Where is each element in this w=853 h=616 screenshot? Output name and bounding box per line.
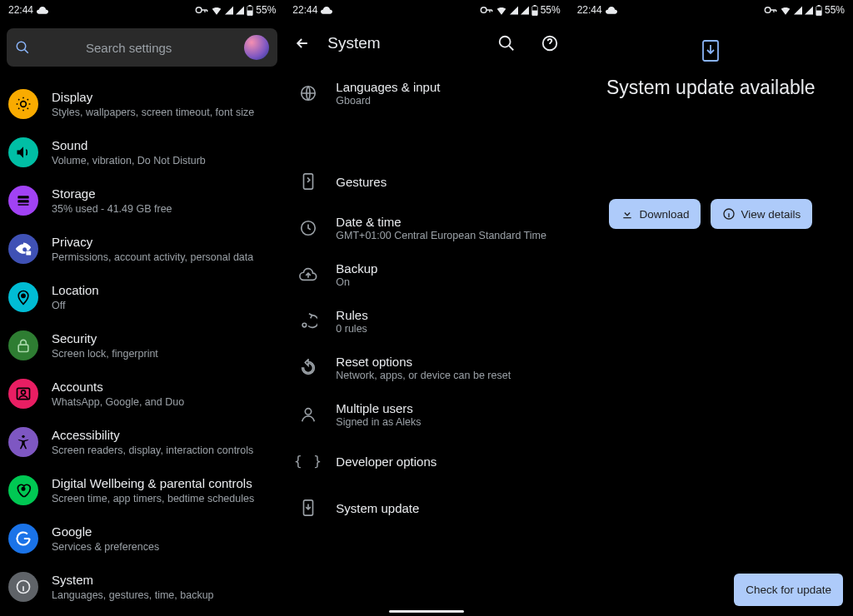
user-icon <box>299 405 317 424</box>
svg-rect-7 <box>17 200 28 202</box>
status-bar: 22:44 55% <box>569 0 853 20</box>
svg-point-14 <box>22 435 24 438</box>
signal-icon <box>521 6 529 15</box>
info-icon <box>8 572 38 602</box>
svg-point-10 <box>22 294 25 297</box>
svg-point-5 <box>21 102 27 107</box>
key-icon <box>480 6 493 14</box>
setting-wellbeing[interactable]: Digital Wellbeing & parental controlsScr… <box>0 466 284 514</box>
svg-point-15 <box>22 488 24 490</box>
settings-list: DisplayStyles, wallpapers, screen timeou… <box>0 75 284 616</box>
gestures-icon <box>299 172 317 191</box>
account-icon <box>8 379 38 409</box>
eye-lock-icon <box>8 234 38 264</box>
system-header: System <box>284 20 568 67</box>
status-battery: 55% <box>256 4 276 16</box>
nav-indicator[interactable] <box>389 610 464 613</box>
signal-icon <box>805 6 813 15</box>
svg-point-13 <box>22 390 26 395</box>
system-backup[interactable]: BackupOn <box>284 251 568 298</box>
download-icon <box>621 207 634 221</box>
system-users[interactable]: Multiple usersSigned in as Aleks <box>284 391 568 438</box>
svg-point-17 <box>481 7 486 13</box>
setting-location[interactable]: LocationOff <box>0 273 284 321</box>
brightness-icon <box>8 89 38 119</box>
check-for-update-button[interactable]: Check for update <box>734 574 843 606</box>
setting-accessibility[interactable]: AccessibilityScreen readers, display, in… <box>0 418 284 466</box>
system-list: Languages & inputGboard Gestures Date & … <box>284 67 568 534</box>
svg-rect-9 <box>26 251 31 256</box>
setting-sound[interactable]: SoundVolume, vibration, Do Not Disturb <box>0 128 284 176</box>
status-bar: 22:44 55% <box>0 0 284 20</box>
svg-rect-6 <box>17 196 28 198</box>
setting-accounts[interactable]: AccountsWhatsApp, Google, and Duo <box>0 370 284 418</box>
battery-icon <box>531 5 538 16</box>
system-update[interactable]: System update <box>284 484 568 531</box>
cloud-upload-icon <box>299 266 317 284</box>
status-battery: 55% <box>541 4 561 16</box>
svg-point-26 <box>302 323 307 327</box>
svg-rect-31 <box>818 5 821 6</box>
wifi-icon <box>496 5 507 15</box>
accessibility-icon <box>8 427 38 457</box>
system-gestures[interactable]: Gestures <box>284 158 568 205</box>
key-icon <box>195 6 208 14</box>
cloud-icon <box>37 6 48 14</box>
status-time: 22:44 <box>292 4 317 16</box>
google-icon <box>8 524 38 554</box>
setting-storage[interactable]: Storage35% used - 41.49 GB free <box>0 176 284 225</box>
signal-icon <box>236 6 244 15</box>
system-developer[interactable]: { } Developer options <box>284 438 568 484</box>
svg-rect-11 <box>18 345 28 351</box>
update-content: System update available Download View de… <box>569 20 853 229</box>
system-rules[interactable]: Rules0 rules <box>284 298 568 345</box>
wifi-icon <box>211 5 222 15</box>
rules-icon <box>299 312 317 330</box>
globe-icon <box>299 84 317 102</box>
svg-point-0 <box>197 7 202 13</box>
svg-rect-2 <box>249 5 252 6</box>
system-datetime[interactable]: Date & timeGMT+01:00 Central European St… <box>284 205 568 251</box>
page-title: System <box>327 34 480 52</box>
svg-rect-32 <box>816 10 822 15</box>
signal-icon <box>510 6 518 15</box>
lock-icon <box>8 330 38 360</box>
help-button[interactable] <box>541 34 559 52</box>
avatar[interactable] <box>244 35 269 60</box>
battery-icon <box>816 5 822 16</box>
svg-rect-3 <box>247 10 253 15</box>
info-icon <box>722 207 736 221</box>
wifi-icon <box>780 5 791 15</box>
svg-rect-20 <box>531 10 537 15</box>
system-update-pane: 22:44 55% System update available Downlo… <box>569 0 853 616</box>
storage-icon <box>8 186 38 216</box>
download-button[interactable]: Download <box>609 199 701 229</box>
svg-rect-8 <box>17 204 28 206</box>
search-placeholder: Search settings <box>20 41 237 55</box>
cloud-icon <box>321 6 332 14</box>
reset-icon <box>299 359 317 377</box>
setting-security[interactable]: SecurityScreen lock, fingerprint <box>0 321 284 370</box>
setting-google[interactable]: GoogleServices & preferences <box>0 514 284 563</box>
signal-icon <box>794 6 802 15</box>
key-icon <box>764 6 777 14</box>
view-details-button[interactable]: View details <box>711 199 812 229</box>
search-settings[interactable]: Search settings <box>7 28 277 67</box>
setting-display[interactable]: DisplayStyles, wallpapers, screen timeou… <box>0 80 284 128</box>
system-settings-pane: 22:44 55% System Languages & inputGboard… <box>284 0 568 616</box>
signal-icon <box>225 6 233 15</box>
settings-main-pane: 22:44 55% Search settings DisplayStyles,… <box>0 0 284 616</box>
update-title: System update available <box>606 77 816 99</box>
heart-icon <box>8 475 38 505</box>
braces-icon: { } <box>299 452 317 470</box>
nav-indicator[interactable] <box>673 610 748 613</box>
status-time: 22:44 <box>577 4 602 16</box>
setting-privacy[interactable]: PrivacyPermissions, account activity, pe… <box>0 225 284 273</box>
phone-download-icon <box>701 40 720 62</box>
system-reset[interactable]: Reset optionsNetwork, apps, or device ca… <box>284 345 568 391</box>
svg-point-21 <box>499 37 510 47</box>
search-button[interactable] <box>497 34 516 52</box>
setting-system[interactable]: SystemLanguages, gestures, time, backup <box>0 563 284 611</box>
system-languages[interactable]: Languages & inputGboard <box>284 70 568 117</box>
back-icon[interactable] <box>294 35 311 52</box>
